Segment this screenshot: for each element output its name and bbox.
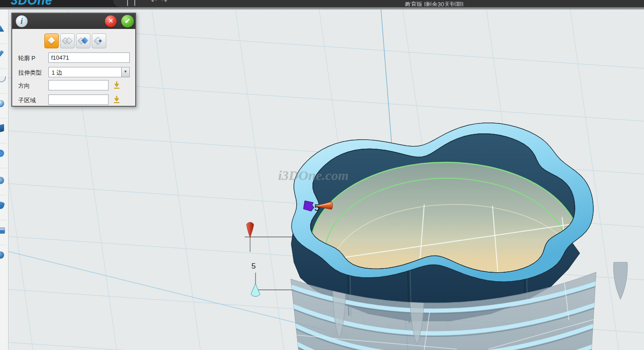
sidebar-separator xyxy=(0,68,6,69)
sidebar-tool-7[interactable] xyxy=(0,174,8,189)
direction-label: 方向 xyxy=(18,82,30,90)
tool-icon-3 xyxy=(0,76,6,82)
sidebar-tool-6[interactable] xyxy=(0,147,8,162)
sidebar-separator xyxy=(0,195,6,195)
tool-icon-9 xyxy=(0,227,5,234)
dimension-value[interactable]: 5 xyxy=(251,262,256,270)
profile-label: 轮廓 P xyxy=(18,54,35,62)
extrude-dialog: i ✕ ✔ 轮廓 P 拉伸类型 xyxy=(11,13,136,107)
option-extrude-two-sides[interactable] xyxy=(60,33,75,48)
pick-subregion-icon[interactable] xyxy=(113,95,121,104)
tool-icon-8 xyxy=(0,201,5,210)
tool-icon-10 xyxy=(0,251,4,259)
sidebar-tool-2[interactable] xyxy=(0,47,8,63)
offset-handle-value[interactable]: 5 xyxy=(314,202,320,213)
document-icon[interactable] xyxy=(127,0,137,6)
sidebar-separator xyxy=(0,43,6,44)
direction-input[interactable] xyxy=(48,80,109,90)
sidebar-separator xyxy=(0,143,6,143)
info-icon[interactable]: i xyxy=(16,15,28,27)
option-extrude-symmetric[interactable] xyxy=(76,33,90,48)
extrude-type-select[interactable]: 1 边 ▼ xyxy=(48,67,130,77)
confirm-button[interactable]: ✔ xyxy=(121,15,134,28)
undo-icon[interactable]: ↶ xyxy=(151,0,160,6)
sidebar-separator xyxy=(0,245,6,245)
sidebar-separator xyxy=(0,220,6,220)
sidebar-separator xyxy=(0,93,6,94)
sidebar-tool-3[interactable] xyxy=(0,72,8,88)
sidebar-tool-4[interactable] xyxy=(0,97,8,113)
extrude-option-row xyxy=(44,33,106,48)
tool-icon-4 xyxy=(0,100,4,107)
tool-icon-6 xyxy=(0,150,4,157)
redo-icon[interactable]: ↷ xyxy=(161,0,170,6)
sidebar-tool-1[interactable] xyxy=(0,23,8,38)
titlebar-strip xyxy=(0,7,644,9)
application-window: 5i3DOne.com5 3DOne ↶ ↷ 教育版 [剩余30天到期] i ✕… xyxy=(0,0,644,350)
app-logo: 3DOne xyxy=(11,0,88,7)
sidebar-separator xyxy=(0,168,6,168)
dialog-titlebar[interactable] xyxy=(12,14,135,29)
tool-icon-1 xyxy=(0,25,4,33)
left-toolbar xyxy=(0,9,9,350)
tool-icon-5 xyxy=(0,124,4,133)
cancel-button[interactable]: ✕ xyxy=(105,15,117,27)
option-extrude-one-side[interactable] xyxy=(44,33,59,48)
window-title: 教育版 [剩余30天到期] xyxy=(353,0,516,6)
pick-direction-icon[interactable] xyxy=(113,80,121,90)
watermark: i3DOne.com xyxy=(278,168,349,183)
chevron-down-icon[interactable]: ▼ xyxy=(121,67,129,77)
subregion-input[interactable] xyxy=(48,95,109,105)
sidebar-tool-10[interactable] xyxy=(0,249,8,264)
tool-icon-2 xyxy=(0,50,4,58)
sidebar-separator xyxy=(0,118,6,118)
subregion-label: 子区域 xyxy=(18,96,36,104)
sidebar-tool-5[interactable] xyxy=(0,122,8,137)
diamond-icon xyxy=(48,37,55,44)
option-extrude-to-point[interactable] xyxy=(92,33,106,48)
sidebar-tool-8[interactable] xyxy=(0,199,8,214)
tool-icon-7 xyxy=(0,177,4,184)
titlebar: 3DOne ↶ ↷ 教育版 [剩余30天到期] xyxy=(0,0,644,7)
sidebar-tool-9[interactable] xyxy=(0,224,8,239)
profile-input[interactable] xyxy=(48,52,130,63)
extrude-type-value: 1 边 xyxy=(52,69,62,77)
extrude-type-label: 拉伸类型 xyxy=(18,69,42,77)
